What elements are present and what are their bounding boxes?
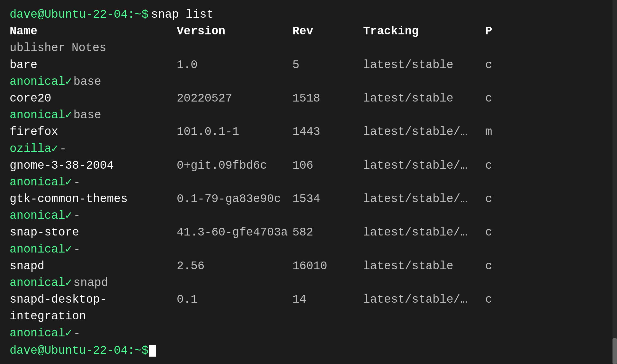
row-tracking-snap-store: latest/stable/… bbox=[363, 224, 485, 241]
row-version-core20: 20220527 bbox=[177, 90, 292, 107]
verified-icon-snapd: anonical✓ bbox=[10, 275, 72, 291]
row-name-bare: bare bbox=[10, 57, 177, 74]
row-publisher-detail-gtk: anonical✓ - bbox=[10, 208, 607, 224]
header-rev: Rev bbox=[292, 23, 363, 40]
verified-icon-core20: anonical✓ bbox=[10, 107, 72, 124]
table-row: firefox 101.0.1-1 1443 latest/stable/… m bbox=[10, 124, 607, 140]
notes-snapd: snapd bbox=[74, 275, 108, 291]
row-tracking-snapd-desktop: latest/stable/… bbox=[363, 291, 485, 308]
row-publisher-core20: c bbox=[485, 90, 607, 107]
row-name-gnome: gnome-3-38-2004 bbox=[10, 157, 177, 174]
row-publisher-detail-core20: anonical✓ base bbox=[10, 107, 607, 124]
table-row: gtk-common-themes 0.1-79-ga83e90c 1534 l… bbox=[10, 191, 607, 208]
row-publisher-gnome: c bbox=[485, 157, 607, 174]
row-publisher-snapd-desktop: c bbox=[485, 291, 607, 308]
table-row: gnome-3-38-2004 0+git.09fbd6c 106 latest… bbox=[10, 157, 607, 174]
row-name-firefox: firefox bbox=[10, 124, 177, 140]
row-publisher-detail-snapd: anonical✓ snapd bbox=[10, 275, 607, 291]
scrollbar[interactable] bbox=[613, 0, 617, 364]
row-version-gtk: 0.1-79-ga83e90c bbox=[177, 191, 292, 208]
table-header: Name Version Rev Tracking P bbox=[10, 23, 607, 40]
row-publisher-snap-store: c bbox=[485, 224, 607, 241]
row-tracking-snapd: latest/stable bbox=[363, 258, 485, 275]
notes-firefox: - bbox=[59, 141, 67, 157]
scrollbar-thumb[interactable] bbox=[613, 338, 617, 364]
table-row: snapd 2.56 16010 latest/stable c bbox=[10, 258, 607, 275]
row-name-core20: core20 bbox=[10, 90, 177, 107]
header-name: Name bbox=[10, 23, 177, 40]
header-publisher-ublisher: ublisher bbox=[10, 40, 65, 57]
row-version-bare: 1.0 bbox=[177, 57, 292, 74]
verified-icon-snapd-desktop: anonical✓ bbox=[10, 325, 72, 342]
row-name-snapd: snapd bbox=[10, 258, 177, 275]
verified-icon-firefox: ozilla✓ bbox=[10, 141, 58, 157]
prompt-command: snap list bbox=[151, 6, 213, 23]
notes-gtk: - bbox=[74, 208, 81, 224]
notes-gnome: - bbox=[74, 174, 81, 191]
row-version-gnome: 0+git.09fbd6c bbox=[177, 157, 292, 174]
notes-core20: base bbox=[74, 107, 101, 124]
table-row: snapd-desktop-integration 0.1 14 latest/… bbox=[10, 291, 607, 325]
table-row: bare 1.0 5 latest/stable c bbox=[10, 57, 607, 74]
row-publisher-detail-snapd-desktop: anonical✓ - bbox=[10, 325, 607, 342]
terminal-window[interactable]: dave@Ubuntu-22-04:~$ snap list Name Vers… bbox=[0, 0, 617, 364]
header-version: Version bbox=[177, 23, 292, 40]
row-name-gtk: gtk-common-themes bbox=[10, 191, 177, 208]
row-name-snapd-desktop: snapd-desktop-integration bbox=[10, 291, 177, 325]
row-rev-snapd-desktop: 14 bbox=[292, 291, 363, 308]
row-publisher-snapd: c bbox=[485, 258, 607, 275]
verified-icon-bare: anonical✓ bbox=[10, 74, 72, 90]
header-notes: Notes bbox=[72, 40, 106, 57]
terminal-cursor bbox=[149, 345, 156, 357]
verified-icon-gtk: anonical✓ bbox=[10, 208, 72, 224]
row-tracking-core20: latest/stable bbox=[363, 90, 485, 107]
row-name-snap-store: snap-store bbox=[10, 224, 177, 241]
row-rev-bare: 5 bbox=[292, 57, 363, 74]
row-publisher-detail-gnome: anonical✓ - bbox=[10, 174, 607, 191]
final-prompt-line[interactable]: dave@Ubuntu-22-04:~$ bbox=[10, 342, 607, 359]
notes-bare: base bbox=[74, 74, 101, 90]
header-publisher-p: P bbox=[485, 23, 607, 40]
row-version-snapd-desktop: 0.1 bbox=[177, 291, 292, 308]
row-publisher-detail-snap-store: anonical✓ - bbox=[10, 241, 607, 258]
verified-icon-snap-store: anonical✓ bbox=[10, 241, 72, 258]
row-rev-gnome: 106 bbox=[292, 157, 363, 174]
row-publisher-bare: c bbox=[485, 57, 607, 74]
notes-snapd-desktop: - bbox=[74, 325, 81, 342]
row-rev-gtk: 1534 bbox=[292, 191, 363, 208]
row-publisher-detail-firefox: ozilla✓ - bbox=[10, 141, 607, 157]
row-rev-snapd: 16010 bbox=[292, 258, 363, 275]
row-rev-core20: 1518 bbox=[292, 90, 363, 107]
verified-icon-gnome: anonical✓ bbox=[10, 174, 72, 191]
notes-snap-store: - bbox=[74, 241, 81, 258]
command-line: dave@Ubuntu-22-04:~$ snap list bbox=[10, 6, 607, 23]
table-row: snap-store 41.3-60-gfe4703a 582 latest/s… bbox=[10, 224, 607, 241]
row-publisher-gtk: c bbox=[485, 191, 607, 208]
row-rev-snap-store: 582 bbox=[292, 224, 363, 241]
prompt-user: dave@Ubuntu-22-04:~$ bbox=[10, 6, 148, 23]
table-row: core20 20220527 1518 latest/stable c bbox=[10, 90, 607, 107]
row-tracking-firefox: latest/stable/… bbox=[363, 124, 485, 140]
header-publisher-line: ublisher Notes bbox=[10, 40, 607, 57]
header-tracking: Tracking bbox=[363, 23, 485, 40]
row-version-snapd: 2.56 bbox=[177, 258, 292, 275]
final-prompt-user: dave@Ubuntu-22-04:~$ bbox=[10, 342, 148, 359]
row-publisher-detail-bare: anonical✓ base bbox=[10, 74, 607, 90]
row-tracking-gtk: latest/stable/… bbox=[363, 191, 485, 208]
row-tracking-gnome: latest/stable/… bbox=[363, 157, 485, 174]
row-tracking-bare: latest/stable bbox=[363, 57, 485, 74]
row-version-snap-store: 41.3-60-gfe4703a bbox=[177, 224, 292, 241]
row-rev-firefox: 1443 bbox=[292, 124, 363, 140]
row-publisher-firefox: m bbox=[485, 124, 607, 140]
row-version-firefox: 101.0.1-1 bbox=[177, 124, 292, 140]
